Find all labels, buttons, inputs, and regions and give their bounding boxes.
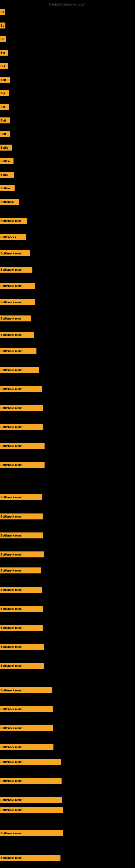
bar-label-44: Bottleneck result — [1, 746, 22, 749]
bar-label-39: Bottleneck result — [1, 645, 22, 648]
bar-label-21: Bottleneck result — [1, 301, 22, 304]
bar-label-15: Bottleneck — [1, 200, 14, 204]
bar-item-27: Bottleneck result — [0, 404, 43, 412]
bar-label-11: Bottle — [1, 146, 8, 149]
bar-label-29: Bottleneck result — [1, 444, 22, 447]
bar-item-43: Bottleneck result — [0, 724, 53, 732]
bar-item-49: Bottleneck result — [0, 830, 63, 837]
bar-item-50: Bottleneck result — [0, 854, 60, 862]
bar-item-45: Bottleneck result — [0, 758, 61, 766]
bar-label-28: Bottleneck result — [1, 426, 22, 429]
bar-item-21: Bottleneck result — [0, 299, 35, 306]
bar-label-50: Bottleneck result — [1, 856, 22, 859]
bar-item-47: Bottleneck result — [0, 796, 62, 804]
bar-item-1: Bo — [0, 8, 5, 16]
bar-item-33: Bottleneck result — [0, 532, 43, 539]
bar-label-47: Bottleneck result — [1, 799, 22, 802]
bar-item-4: Bot — [0, 49, 8, 56]
bar-item-30: Bottleneck result — [0, 461, 45, 469]
bar-label-45: Bottleneck result — [1, 761, 22, 764]
bar-label-5: Bot — [1, 65, 5, 68]
bar-item-6: Bott — [0, 76, 10, 84]
bar-label-32: Bottleneck result — [1, 515, 22, 518]
bar-label-31: Bottleneck result — [1, 496, 22, 499]
bar-label-40: Bottleneck result — [1, 664, 22, 667]
bar-item-39: Bottleneck result — [0, 643, 44, 650]
bar-item-32: Bottleneck result — [0, 513, 43, 520]
bar-item-34: Bottleneck result — [0, 551, 44, 558]
bar-item-36: Bottleneck result — [0, 586, 42, 593]
bar-label-30: Bottleneck result — [1, 464, 22, 467]
bar-item-19: Bottleneck result — [0, 266, 32, 273]
bar-label-22: Bottleneck resu — [1, 317, 21, 320]
bar-item-8: Bot — [0, 103, 9, 111]
bar-item-44: Bottleneck result — [0, 743, 53, 751]
bar-item-17: Bottleneck r — [0, 233, 26, 241]
bar-label-27: Bottleneck result — [1, 407, 22, 410]
bar-item-26: Bottleneck result — [0, 385, 42, 393]
bar-label-2: Bo — [1, 24, 4, 27]
bar-item-5: Bot — [0, 62, 8, 70]
bar-label-46: Bottleneck result — [1, 780, 22, 782]
bar-label-23: Bottleneck result — [1, 333, 22, 336]
bar-item-29: Bottleneck result — [0, 442, 45, 450]
bar-item-28: Bottleneck result — [0, 423, 43, 431]
bar-item-3: Bo — [0, 35, 6, 43]
bar-item-11: Bottle — [0, 144, 12, 151]
bar-item-14: Bottlen — [0, 184, 14, 192]
bar-item-24: Bottleneck result — [0, 347, 37, 355]
bar-item-2: Bo — [0, 22, 5, 29]
bar-item-13: Bottle — [0, 171, 14, 179]
bar-label-10: Bott — [1, 133, 6, 135]
bar-label-1: Bo — [1, 10, 4, 13]
bar-label-3: Bo — [1, 38, 4, 41]
bar-item-9: Bott — [0, 117, 10, 124]
bar-item-41: Bottleneck result — [0, 686, 52, 694]
bar-item-12: Bottlen — [0, 157, 13, 165]
bar-label-38: Bottleneck result — [1, 626, 22, 629]
bar-item-22: Bottleneck resu — [0, 315, 31, 322]
bar-label-34: Bottleneck result — [1, 553, 22, 556]
bar-label-42: Bottleneck result — [1, 708, 22, 711]
bar-label-13: Bottle — [1, 173, 8, 176]
bar-label-25: Bottleneck result — [1, 369, 22, 372]
bar-label-26: Bottleneck result — [1, 388, 22, 391]
bar-item-20: Bottleneck result — [0, 282, 35, 290]
bar-item-18: Bottleneck result — [0, 250, 30, 257]
bar-label-49: Bottleneck result — [1, 832, 22, 835]
bar-label-35: Bottleneck result — [1, 569, 22, 572]
bar-item-37: Bottleneck result — [0, 605, 43, 613]
bar-label-16: Bottleneck resu — [1, 219, 21, 222]
bar-label-20: Bottleneck result — [1, 284, 22, 287]
bar-item-10: Bott — [0, 130, 10, 138]
bar-item-38: Bottleneck result — [0, 624, 43, 631]
bar-item-40: Bottleneck result — [0, 662, 44, 670]
site-title: TheBottlenecker.com — [48, 2, 87, 6]
bar-item-15: Bottleneck — [0, 198, 19, 206]
bar-label-37: Bottleneck result — [1, 607, 22, 610]
bar-item-31: Bottleneck result — [0, 493, 42, 501]
bar-item-16: Bottleneck resu — [0, 217, 27, 225]
bar-item-25: Bottleneck result — [0, 366, 39, 374]
bar-item-35: Bottleneck result — [0, 567, 41, 574]
bar-label-12: Bottlen — [1, 160, 10, 163]
bar-label-24: Bottleneck result — [1, 350, 22, 352]
bar-label-18: Bottleneck result — [1, 252, 22, 255]
bar-label-33: Bottleneck result — [1, 534, 22, 537]
bar-label-7: Bot — [1, 92, 5, 95]
bar-label-6: Bott — [1, 79, 6, 82]
bar-label-4: Bot — [1, 51, 5, 54]
bar-label-8: Bot — [1, 105, 5, 108]
bar-label-14: Bottlen — [1, 187, 10, 190]
bar-label-41: Bottleneck result — [1, 689, 22, 692]
bar-item-23: Bottleneck result — [0, 331, 34, 339]
bar-label-9: Bott — [1, 119, 6, 122]
bar-item-7: Bot — [0, 90, 9, 97]
bar-label-48: Bottleneck result — [1, 809, 22, 812]
bar-label-17: Bottleneck r — [1, 236, 16, 239]
bar-label-19: Bottleneck result — [1, 268, 22, 271]
bar-label-43: Bottleneck result — [1, 727, 22, 730]
bar-item-48: Bottleneck result — [0, 806, 63, 814]
bar-item-42: Bottleneck result — [0, 705, 53, 713]
bar-label-36: Bottleneck result — [1, 588, 22, 591]
